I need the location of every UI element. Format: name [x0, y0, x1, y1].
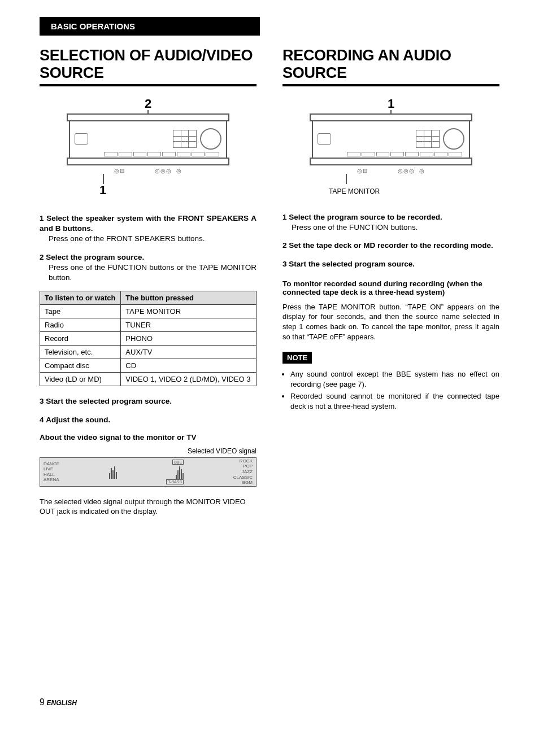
device-slot-icon — [75, 133, 88, 145]
table-header-row: To listen to or watch The button pressed — [40, 291, 257, 305]
lcd-display: DANCE LIVE HALL ARENA BBE T-BASS ROCK PO… — [40, 457, 257, 487]
step-title: Select the program source. — [46, 253, 144, 261]
callout-label-1: 1 — [312, 98, 470, 110]
pointer-line — [346, 174, 347, 184]
lcd-bbe-badge: BBE — [172, 460, 184, 465]
cell: TUNER — [121, 318, 257, 332]
cell: TAPE MONITOR — [121, 305, 257, 318]
table-row: Compact discCD — [40, 359, 257, 373]
step-body: Press one of the FUNCTION buttons. — [282, 222, 499, 233]
video-signal-heading: About the video signal to the monitor or… — [40, 433, 257, 442]
device-bottom-controls: ◎⊟ ◎◎◎ ◎ — [312, 168, 470, 174]
title-recording: RECORDING AN AUDIO SOURCE — [282, 47, 499, 82]
title-underline — [282, 84, 499, 86]
cell: AUX/TV — [121, 346, 257, 359]
step-4: 4 Adjust the sound. — [40, 415, 257, 425]
callout-label-1: 1 — [99, 184, 227, 196]
step-3: 3 Start the selected program source. — [282, 259, 499, 269]
step-title: Adjust the sound. — [46, 416, 110, 424]
left-column: SELECTION OF AUDIO/VIDEO SOURCE 2 — [40, 47, 257, 517]
step-body: Press one of the FUNCTION buttons or the… — [40, 263, 257, 283]
note-list: Any sound control except the BBE system … — [282, 369, 499, 411]
cell: Compact disc — [40, 359, 121, 373]
step-2: 2 Set the tape deck or MD recorder to th… — [282, 241, 499, 251]
function-table: To listen to or watch The button pressed… — [40, 291, 257, 386]
device-button-row — [104, 152, 219, 156]
tape-monitor-label: TAPE MONITOR — [329, 187, 470, 195]
lcd-bars-icon — [109, 465, 117, 479]
device-button-row — [347, 152, 462, 156]
right-column: RECORDING AN AUDIO SOURCE 1 ◎⊟ — [282, 47, 499, 517]
cell: Tape — [40, 305, 121, 318]
table-header: The button pressed — [121, 291, 257, 305]
note-item: Recorded sound cannot be monitored if th… — [290, 391, 499, 411]
step-num: 2 — [282, 241, 287, 250]
step-1: 1 Select the speaker system with the FRO… — [40, 213, 257, 244]
lcd-bars-icon — [176, 465, 184, 479]
section-header: BASIC OPERATIONS — [40, 17, 260, 36]
cell: CD — [121, 359, 257, 373]
step-num: 4 — [40, 416, 44, 424]
cell: Radio — [40, 318, 121, 332]
language-label: ENGLISH — [47, 699, 77, 707]
step-title: Select the program source to be recorded… — [289, 213, 442, 221]
step-title: Select the speaker system with the FRONT… — [40, 214, 257, 233]
device-grid-icon — [173, 130, 197, 148]
step-num: 1 — [40, 214, 44, 222]
table-row: TapeTAPE MONITOR — [40, 305, 257, 318]
step-1: 1 Select the program source to be record… — [282, 212, 499, 233]
step-3: 3 Start the selected program source. — [40, 396, 257, 407]
lcd-caption: The selected video signal output through… — [40, 497, 257, 517]
table-row: Video (LD or MD)VIDEO 1, VIDEO 2 (LD/MD)… — [40, 373, 257, 386]
page-number: 9 — [40, 697, 45, 707]
device-slot-icon — [318, 133, 331, 145]
device-knob-icon — [200, 128, 221, 150]
lcd-tbass-badge: T-BASS — [166, 479, 184, 484]
manual-page: BASIC OPERATIONS SELECTION OF AUDIO/VIDE… — [0, 0, 539, 730]
lcd-label: Selected VIDEO signal — [40, 447, 257, 455]
device-diagram-right: 1 ◎⊟ ◎◎◎ ◎ TAPE MONITOR — [312, 98, 470, 195]
lcd-left-labels: DANCE LIVE HALL ARENA — [44, 461, 59, 483]
device-outline — [312, 118, 470, 160]
page-footer: 9 ENGLISH — [40, 697, 499, 707]
monitor-heading: To monitor recorded sound during recordi… — [282, 279, 499, 296]
device-knob-icon — [443, 128, 464, 150]
lcd-right-labels: ROCK POP JAZZ CLASSIC BGM — [233, 458, 253, 486]
step-num: 3 — [40, 397, 44, 405]
step-body: Press one of the FRONT SPEAKERS buttons. — [40, 234, 257, 244]
step-2: 2 Select the program source. Press one o… — [40, 252, 257, 283]
cell: Video (LD or MD) — [40, 373, 121, 386]
step-num: 1 — [282, 213, 287, 221]
step-num: 3 — [282, 260, 287, 268]
note-badge: NOTE — [282, 352, 312, 364]
step-title: Start the selected program source. — [46, 397, 172, 405]
cell: VIDEO 1, VIDEO 2 (LD/MD), VIDEO 3 — [121, 373, 257, 386]
monitor-body: Press the TAPE MONITOR button. “TAPE ON”… — [282, 302, 499, 342]
device-grid-icon — [416, 130, 440, 148]
step-num: 2 — [40, 253, 44, 261]
table-row: RecordPHONO — [40, 332, 257, 346]
cell: Television, etc. — [40, 346, 121, 359]
device-diagram-left: 2 ◎⊟ ◎◎◎ ◎ 1 — [69, 98, 227, 196]
step-title: Start the selected program source. — [289, 260, 415, 268]
cell: PHONO — [121, 332, 257, 346]
device-bottom-controls: ◎⊟ ◎◎◎ ◎ — [69, 168, 227, 174]
step-title: Set the tape deck or MD recorder to the … — [289, 241, 493, 250]
table-row: RadioTUNER — [40, 318, 257, 332]
title-underline — [40, 84, 257, 86]
title-selection: SELECTION OF AUDIO/VIDEO SOURCE — [40, 47, 257, 82]
note-item: Any sound control except the BBE system … — [290, 369, 499, 389]
cell: Record — [40, 332, 121, 346]
table-row: Television, etc.AUX/TV — [40, 346, 257, 359]
table-header: To listen to or watch — [40, 291, 121, 305]
callout-label-2: 2 — [69, 98, 227, 110]
device-outline — [69, 118, 227, 160]
